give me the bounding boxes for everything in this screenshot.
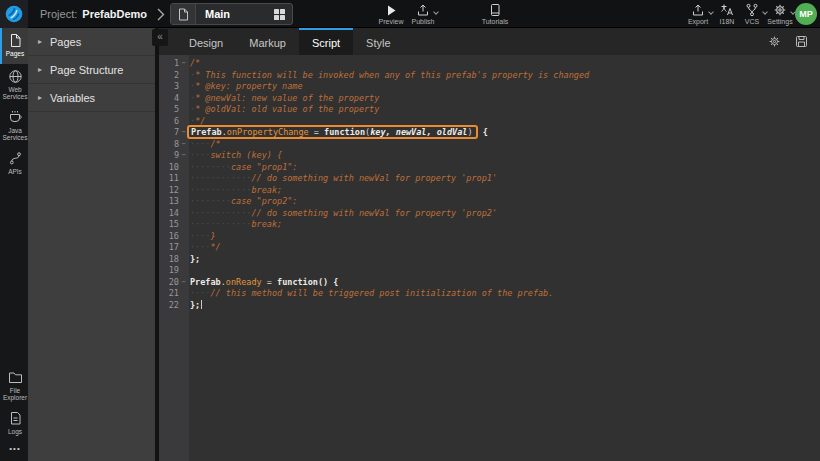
tab-design[interactable]: Design bbox=[176, 28, 236, 55]
rail-label: Web Services bbox=[2, 86, 28, 101]
fold-spacer bbox=[179, 70, 188, 82]
triangle-right-icon: ▸ bbox=[38, 93, 42, 102]
fold-spacer bbox=[179, 196, 188, 208]
user-avatar[interactable]: MP bbox=[795, 3, 817, 25]
panel-section-label: Page Structure bbox=[50, 64, 123, 76]
sidebar-item-java-services[interactable]: Java Services bbox=[0, 105, 28, 146]
code-token: ···· bbox=[190, 288, 210, 298]
rail-label: Logs bbox=[8, 428, 22, 435]
code-line[interactable]: 18}; bbox=[159, 254, 820, 266]
code-token: * This function will be invoked when any… bbox=[195, 70, 589, 80]
code-line[interactable]: 10········case "prop1": bbox=[159, 162, 820, 174]
page-tab-main[interactable]: Main bbox=[170, 3, 293, 25]
panel-section-variables[interactable]: ▸ Variables bbox=[28, 84, 155, 112]
code-token: * @oldVal: old value of the property bbox=[195, 104, 379, 114]
code-line[interactable]: 22}; bbox=[159, 300, 820, 312]
grid-icon[interactable] bbox=[274, 9, 285, 20]
rail-spacer bbox=[0, 182, 28, 365]
sidebar-item-pages[interactable]: Pages bbox=[0, 28, 28, 64]
save-button[interactable] bbox=[794, 35, 808, 49]
sidebar-more-button[interactable]: ••• bbox=[0, 442, 28, 461]
log-file-icon bbox=[8, 411, 23, 426]
code-line[interactable]: 4·* @newVal: new value of the property bbox=[159, 93, 820, 105]
fold-marker-icon[interactable]: − bbox=[179, 150, 188, 162]
code-line[interactable]: 7−Prefab.onPropertyChange = function(key… bbox=[159, 127, 820, 139]
code-token: ········ bbox=[190, 162, 231, 172]
export-label: Export bbox=[688, 18, 708, 25]
fold-spacer bbox=[179, 208, 188, 220]
line-number: 7 bbox=[159, 127, 179, 139]
code-line[interactable]: 13········case "prop2": bbox=[159, 196, 820, 208]
code-line[interactable]: 20−Prefab.onReady = function() { bbox=[159, 277, 820, 289]
fold-marker-icon[interactable]: − bbox=[179, 139, 188, 151]
code-text: ············break; bbox=[188, 185, 282, 197]
fold-marker-icon[interactable]: − bbox=[179, 277, 188, 289]
code-token: ···· bbox=[190, 231, 210, 241]
code-line[interactable]: 17····*/ bbox=[159, 242, 820, 254]
preview-button[interactable]: Preview bbox=[375, 3, 407, 27]
code-token: break; bbox=[251, 185, 282, 195]
panel-section-page-structure[interactable]: ▸ Page Structure bbox=[28, 56, 155, 84]
panel-section-pages[interactable]: ▸ Pages bbox=[28, 28, 155, 56]
tab-markup[interactable]: Markup bbox=[236, 28, 299, 55]
export-button[interactable]: Export bbox=[682, 3, 714, 27]
code-line[interactable]: 21····// this method will be triggered p… bbox=[159, 288, 820, 300]
tutorials-button[interactable]: Tutorials bbox=[477, 3, 513, 27]
left-panel: ▸ Pages ▸ Page Structure ▸ Variables bbox=[28, 28, 155, 461]
code-token: }; bbox=[190, 300, 200, 310]
code-line[interactable]: 1−/* bbox=[159, 58, 820, 70]
code-line[interactable]: 5·* @oldVal: old value of the property bbox=[159, 104, 820, 116]
line-number: 6 bbox=[159, 116, 179, 128]
sidebar-item-file-explorer[interactable]: File Explorer bbox=[0, 365, 28, 406]
code-text: ····*/ bbox=[188, 242, 221, 254]
rail-label: Pages bbox=[6, 50, 24, 57]
editor-settings-button[interactable] bbox=[767, 35, 781, 49]
wave-logo-icon bbox=[5, 5, 23, 23]
rail-label: File Explorer bbox=[2, 387, 28, 402]
tab-style[interactable]: Style bbox=[353, 28, 403, 55]
code-line[interactable]: 15············break; bbox=[159, 219, 820, 231]
code-line[interactable]: 11············// do something with newVa… bbox=[159, 173, 820, 185]
sidebar-item-logs[interactable]: Logs bbox=[0, 406, 28, 442]
code-text: ·* This function will be invoked when an… bbox=[188, 70, 589, 82]
code-line[interactable]: 9−····switch (key) { bbox=[159, 150, 820, 162]
project-label: Project: bbox=[40, 8, 77, 20]
code-line[interactable]: 3·* @key: property name bbox=[159, 81, 820, 93]
tab-script[interactable]: Script bbox=[299, 28, 353, 55]
code-line[interactable]: 2·* This function will be invoked when a… bbox=[159, 70, 820, 82]
i18n-button[interactable]: I18N bbox=[713, 3, 741, 27]
settings-button[interactable]: Settings bbox=[763, 3, 797, 27]
rail-label: APIs bbox=[8, 168, 22, 175]
code-text: Prefab.onReady = function() { bbox=[188, 277, 338, 289]
code-token: function bbox=[277, 277, 318, 287]
code-text: ············// do something with newVal … bbox=[188, 173, 497, 185]
fold-spacer bbox=[179, 173, 188, 185]
panel-collapse-button[interactable]: « bbox=[152, 29, 168, 46]
wavemaker-logo[interactable] bbox=[0, 0, 28, 28]
code-token: ············ bbox=[190, 208, 251, 218]
script-editor[interactable]: 1−/*2·* This function will be invoked wh… bbox=[159, 55, 820, 461]
code-token: key, newVal, oldVal bbox=[370, 127, 467, 137]
code-line[interactable]: 19 bbox=[159, 265, 820, 277]
vcs-button[interactable]: VCS bbox=[739, 3, 765, 27]
globe-icon bbox=[8, 69, 23, 84]
code-line[interactable]: 12············break; bbox=[159, 185, 820, 197]
line-number: 13 bbox=[159, 196, 179, 208]
triangle-right-icon: ▸ bbox=[38, 37, 42, 46]
sidebar-item-web-services[interactable]: Web Services bbox=[0, 64, 28, 105]
publish-button[interactable]: Publish bbox=[406, 3, 440, 27]
panel-splitter[interactable] bbox=[155, 28, 159, 461]
line-number: 4 bbox=[159, 93, 179, 105]
code-token: function bbox=[324, 127, 365, 137]
code-line[interactable]: 14············// do something with newVa… bbox=[159, 208, 820, 220]
sidebar-item-apis[interactable]: APIs bbox=[0, 146, 28, 182]
fold-spacer bbox=[179, 300, 188, 312]
code-line[interactable]: 16····} bbox=[159, 231, 820, 243]
code-token: = bbox=[309, 127, 324, 137]
topbar: Project: PrefabDemo Main Preview bbox=[0, 0, 820, 28]
highlight-box: Prefab.onPropertyChange = function(key, … bbox=[187, 125, 478, 139]
fold-marker-icon[interactable]: − bbox=[179, 58, 188, 70]
chevron-right-icon bbox=[157, 8, 165, 21]
tutorials-icon bbox=[488, 3, 502, 17]
code-line[interactable]: 8−····/* bbox=[159, 139, 820, 151]
